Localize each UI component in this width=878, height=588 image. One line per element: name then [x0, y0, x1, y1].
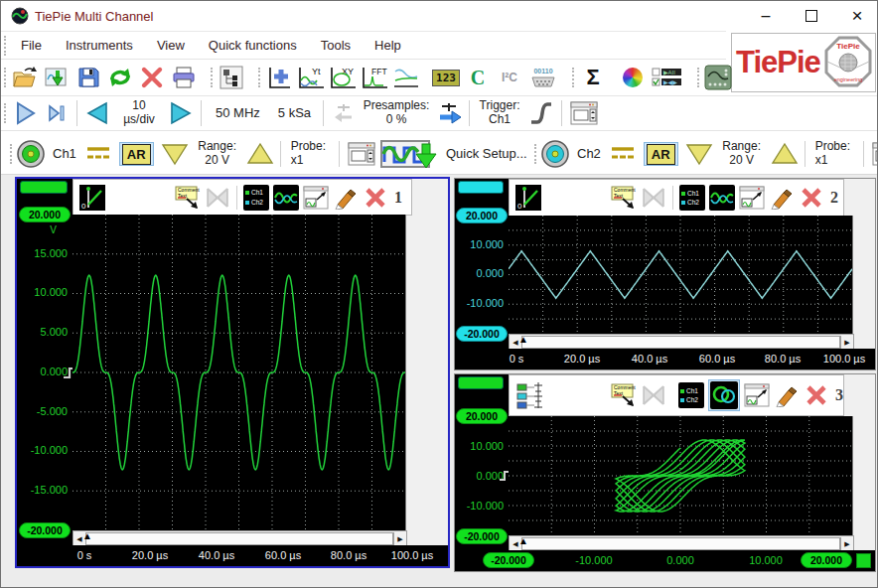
- graph3-comment-button[interactable]: CommentText: [609, 381, 639, 409]
- quick-setup-button[interactable]: Quick Setup...: [380, 138, 527, 170]
- ch2-bnc-icon[interactable]: [539, 139, 571, 169]
- fft-graph-button[interactable]: FFT: [359, 63, 390, 92]
- graph3-plot[interactable]: [509, 416, 853, 535]
- menu-tools[interactable]: Tools: [309, 38, 363, 53]
- yt-graph-button[interactable]: Yt: [295, 63, 327, 92]
- trigger-edge-rising-icon[interactable]: [525, 98, 557, 128]
- instrument-settings-button[interactable]: [566, 98, 602, 128]
- i2c-button[interactable]: I²C: [494, 63, 525, 92]
- graph3-xmax-label[interactable]: 20.000: [801, 552, 852, 568]
- menu-instruments[interactable]: Instruments: [54, 38, 145, 53]
- ch1-settings-button[interactable]: [344, 139, 379, 169]
- graph1-axis-header-button[interactable]: [20, 181, 68, 194]
- add-graph-button[interactable]: [263, 63, 295, 92]
- close-button[interactable]: ×: [835, 1, 878, 30]
- graph1-close-button[interactable]: [361, 184, 390, 212]
- graph2-yt-mode-button[interactable]: [707, 184, 737, 212]
- presamples-decrease-icon[interactable]: [328, 98, 360, 128]
- graph3-ymax-label[interactable]: 20.000: [456, 408, 508, 424]
- menu-view[interactable]: View: [145, 38, 197, 53]
- one-shot-button[interactable]: [41, 98, 73, 128]
- menubar-grip[interactable]: [4, 36, 6, 56]
- graph3-axis-corner-button[interactable]: [856, 553, 871, 568]
- presamples-increase-icon[interactable]: [433, 98, 465, 128]
- maximize-button[interactable]: [790, 1, 833, 30]
- toolbar-grip[interactable]: [4, 103, 6, 123]
- scroll-right-icon[interactable]: ▶: [840, 336, 853, 349]
- graph2-pen-button[interactable]: [767, 184, 797, 212]
- graph2-legend[interactable]: Ch1Ch2: [677, 184, 707, 212]
- graph2-plot[interactable]: [509, 216, 853, 334]
- graph1-scroll-thumb[interactable]: [85, 532, 393, 545]
- ch2-autorange-button[interactable]: AR: [644, 142, 678, 166]
- ch2-coupling-icon[interactable]: [607, 139, 639, 169]
- toolbar-grip[interactable]: [572, 68, 574, 87]
- toolbar-grip[interactable]: [10, 144, 12, 164]
- graph3-zoom-out-button[interactable]: [742, 381, 772, 409]
- graph3-scroll-thumb[interactable]: [521, 537, 840, 550]
- graph3-sources-button[interactable]: [513, 381, 549, 409]
- graph1-ymin-label[interactable]: -20.000: [19, 522, 71, 538]
- graph1-axes-button[interactable]: 0: [77, 184, 107, 212]
- import-data-button[interactable]: [41, 63, 73, 92]
- graph3-pen-button[interactable]: [772, 381, 802, 409]
- meter-123-button[interactable]: 123: [430, 63, 462, 92]
- scroll-right-icon[interactable]: ▶: [393, 532, 406, 545]
- ch1-autorange-button[interactable]: AR: [119, 142, 154, 166]
- graph1-trigger-position-marker[interactable]: ▲: [82, 531, 92, 541]
- open-file-button[interactable]: [9, 63, 41, 92]
- ch1-bnc-icon[interactable]: [15, 139, 47, 169]
- ch2-settings-button[interactable]: [868, 139, 878, 169]
- toolbar-grip[interactable]: [697, 68, 699, 87]
- menu-quick-functions[interactable]: Quick functions: [197, 38, 309, 53]
- graph2-axes-button[interactable]: 0: [513, 184, 543, 212]
- graph2-comment-button[interactable]: CommentText: [609, 184, 639, 212]
- toolbar-grip[interactable]: [258, 68, 260, 87]
- graph3-xy-mode-button[interactable]: [708, 379, 740, 411]
- serial-port-button[interactable]: 00110: [525, 63, 561, 92]
- delete-button[interactable]: [136, 63, 168, 92]
- toolbar-grip[interactable]: [4, 68, 6, 87]
- object-tree-button[interactable]: [216, 63, 247, 92]
- graph2-scroll-thumb[interactable]: [521, 336, 840, 349]
- sum-button[interactable]: Σ: [577, 63, 609, 92]
- graph1-yt-mode-button[interactable]: [271, 184, 301, 212]
- print-button[interactable]: [168, 63, 200, 92]
- minimize-button[interactable]: –: [744, 1, 788, 30]
- graph1-ymax-label[interactable]: 20.000: [19, 207, 71, 222]
- graph2-trigger-position-marker[interactable]: ▲: [518, 335, 528, 345]
- menu-file[interactable]: File: [9, 38, 54, 53]
- graph1-legend[interactable]: Ch1Ch2: [241, 184, 271, 212]
- ch1-coupling-icon[interactable]: [82, 139, 114, 169]
- graph1-comment-button[interactable]: CommentText: [173, 184, 203, 212]
- refresh-button[interactable]: [104, 63, 136, 92]
- hotkeys-button[interactable]: ▶AII▶◀▶: [649, 63, 686, 92]
- xy-graph-button[interactable]: XY: [327, 63, 359, 92]
- colors-button[interactable]: [617, 63, 649, 92]
- graph3-legend[interactable]: Ch1Ch2: [676, 381, 706, 409]
- graph1-plot[interactable]: [73, 215, 406, 530]
- save-button[interactable]: [73, 63, 104, 92]
- graph3-xmin-label[interactable]: -20.000: [483, 552, 534, 568]
- graph1-zoom-out-button[interactable]: [301, 184, 331, 212]
- toolbar-grip[interactable]: [211, 68, 213, 87]
- graph2-ymin-label[interactable]: -20.000: [456, 326, 508, 342]
- graph-settings-button[interactable]: [702, 63, 734, 92]
- meter-graph-button[interactable]: [390, 63, 422, 92]
- toolbar-grip[interactable]: [534, 144, 536, 164]
- capture-button[interactable]: C: [462, 63, 494, 92]
- start-button[interactable]: [9, 98, 41, 128]
- scroll-right-icon[interactable]: ▶: [840, 537, 853, 550]
- graph2-close-button[interactable]: [797, 184, 826, 212]
- graph3-close-button[interactable]: [802, 381, 831, 409]
- ch1-range-up-button[interactable]: [244, 139, 276, 169]
- ch1-range-down-button[interactable]: [159, 139, 191, 169]
- timebase-slower-button[interactable]: [81, 98, 113, 128]
- ch2-range-down-button[interactable]: [683, 139, 715, 169]
- graph2-axis-header-button[interactable]: [458, 181, 504, 194]
- graph2-ymax-label[interactable]: 20.000: [456, 208, 508, 223]
- menu-help[interactable]: Help: [363, 38, 413, 53]
- graph3-trigger-position-marker[interactable]: ▲: [518, 536, 528, 546]
- ch2-range-up-button[interactable]: [769, 139, 801, 169]
- graph3-ymin-label[interactable]: -20.000: [456, 528, 508, 544]
